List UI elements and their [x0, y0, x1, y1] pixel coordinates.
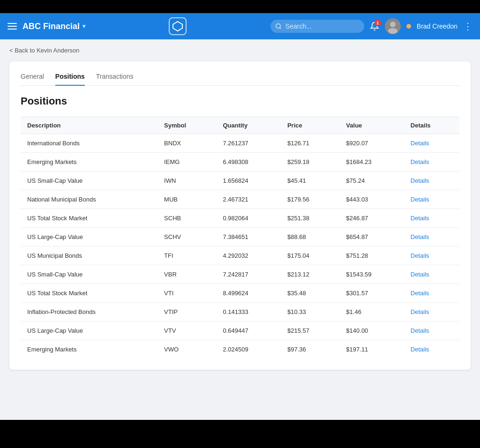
cell-symbol: VBR — [158, 265, 216, 284]
cell-value: $1.46 — [339, 303, 404, 321]
cell-details[interactable]: Details — [404, 321, 459, 340]
details-link[interactable]: Details — [411, 140, 429, 147]
cell-price: $97.36 — [281, 340, 339, 359]
cell-symbol: VTIP — [158, 303, 216, 321]
cell-details[interactable]: Details — [404, 303, 459, 321]
positions-table: Description Symbol Quantity Price Value … — [21, 117, 459, 358]
cell-details[interactable]: Details — [404, 228, 459, 246]
tab-transactions[interactable]: Transactions — [96, 73, 134, 86]
details-link[interactable]: Details — [411, 196, 429, 203]
cell-price: $259.18 — [281, 153, 339, 172]
cell-details[interactable]: Details — [404, 172, 459, 190]
details-link[interactable]: Details — [411, 158, 429, 165]
cell-quantity: 7.261237 — [216, 134, 281, 153]
col-value: Value — [339, 117, 404, 134]
cell-value: $920.07 — [339, 134, 404, 153]
cell-quantity: 7.384651 — [216, 228, 281, 246]
tab-positions[interactable]: Positions — [55, 73, 85, 86]
cell-details[interactable]: Details — [404, 134, 459, 153]
cell-description: US Total Stock Market — [21, 284, 158, 303]
cell-quantity: 0.982064 — [216, 209, 281, 228]
table-header: Description Symbol Quantity Price Value … — [21, 117, 459, 134]
details-link[interactable]: Details — [411, 290, 429, 297]
cell-details[interactable]: Details — [404, 153, 459, 172]
cell-price: $35.48 — [281, 284, 339, 303]
details-link[interactable]: Details — [411, 346, 429, 353]
cell-description: US Large-Cap Value — [21, 228, 158, 246]
cell-symbol: TFI — [158, 246, 216, 265]
cell-price: $126.71 — [281, 134, 339, 153]
cell-description: US Municipal Bonds — [21, 246, 158, 265]
cell-quantity: 0.141333 — [216, 303, 281, 321]
search-wrapper — [270, 20, 364, 33]
table-row: US Large-Cap Value SCHV 7.384651 $88.68 … — [21, 228, 459, 246]
cell-price: $213.12 — [281, 265, 339, 284]
cell-quantity: 2.024509 — [216, 340, 281, 359]
cell-description: US Small-Cap Value — [21, 265, 158, 284]
cell-details[interactable]: Details — [404, 190, 459, 209]
details-link[interactable]: Details — [411, 327, 429, 334]
cell-value: $654.87 — [339, 228, 404, 246]
cell-symbol: MUB — [158, 190, 216, 209]
details-link[interactable]: Details — [411, 271, 429, 278]
details-link[interactable]: Details — [411, 308, 429, 315]
app-title-text: ABC Financial — [22, 22, 80, 31]
user-name: Brad Creedon — [417, 22, 458, 30]
cell-price: $179.56 — [281, 190, 339, 209]
table-row: National Municipal Bonds MUB 2.467321 $1… — [21, 190, 459, 209]
navbar-left: ABC Financial ▾ — [8, 22, 85, 31]
cell-details[interactable]: Details — [404, 265, 459, 284]
cell-description: National Municipal Bonds — [21, 190, 158, 209]
notification-badge: 1 — [375, 20, 381, 26]
navbar-right: 1 Brad Creedon ⋮ — [270, 18, 472, 34]
bottom-bar — [0, 420, 480, 448]
cell-symbol: BNDX — [158, 134, 216, 153]
col-description: Description — [21, 117, 158, 134]
cell-details[interactable]: Details — [404, 340, 459, 359]
tab-general[interactable]: General — [21, 73, 44, 86]
table-row: US Total Stock Market VTI 8.499624 $35.4… — [21, 284, 459, 303]
cell-value: $301.57 — [339, 284, 404, 303]
details-link[interactable]: Details — [411, 215, 429, 222]
navbar: ABC Financial ▾ — [0, 13, 480, 39]
cell-details[interactable]: Details — [404, 209, 459, 228]
details-link[interactable]: Details — [411, 233, 429, 240]
cell-price: $251.38 — [281, 209, 339, 228]
more-options-icon[interactable]: ⋮ — [463, 21, 472, 32]
cell-description: International Bonds — [21, 134, 158, 153]
main-card: General Positions Transactions Positions… — [9, 61, 471, 370]
notification-button[interactable]: 1 — [370, 22, 379, 31]
cell-value: $1684.23 — [339, 153, 404, 172]
menu-icon[interactable] — [8, 23, 17, 30]
cell-description: US Total Stock Market — [21, 209, 158, 228]
table-row: US Total Stock Market SCHB 0.982064 $251… — [21, 209, 459, 228]
logo-icon — [169, 17, 187, 35]
avatar — [385, 18, 401, 34]
cell-value: $246.87 — [339, 209, 404, 228]
cell-quantity: 0.649447 — [216, 321, 281, 340]
cell-symbol: VTI — [158, 284, 216, 303]
table-row: Inflation-Protected Bonds VTIP 0.141333 … — [21, 303, 459, 321]
cell-description: US Large-Cap Value — [21, 321, 158, 340]
search-input[interactable] — [270, 20, 364, 33]
cell-symbol: IEMG — [158, 153, 216, 172]
back-link[interactable]: < Back to Kevin Anderson — [9, 47, 471, 54]
details-link[interactable]: Details — [411, 177, 429, 184]
cell-quantity: 6.498308 — [216, 153, 281, 172]
cell-description: Emerging Markets — [21, 153, 158, 172]
cell-value: $197.11 — [339, 340, 404, 359]
cell-symbol: SCHV — [158, 228, 216, 246]
table-row: International Bonds BNDX 7.261237 $126.7… — [21, 134, 459, 153]
table-row: US Municipal Bonds TFI 4.292032 $175.04 … — [21, 246, 459, 265]
cell-details[interactable]: Details — [404, 284, 459, 303]
main-content: < Back to Kevin Anderson General Positio… — [0, 39, 480, 420]
app-title-dropdown-arrow[interactable]: ▾ — [82, 23, 85, 30]
col-quantity: Quantity — [216, 117, 281, 134]
cell-description: US Small-Cap Value — [21, 172, 158, 190]
cell-details[interactable]: Details — [404, 246, 459, 265]
cell-value: $443.03 — [339, 190, 404, 209]
cell-price: $175.04 — [281, 246, 339, 265]
svg-point-5 — [388, 28, 398, 34]
details-link[interactable]: Details — [411, 252, 429, 259]
col-symbol: Symbol — [158, 117, 216, 134]
